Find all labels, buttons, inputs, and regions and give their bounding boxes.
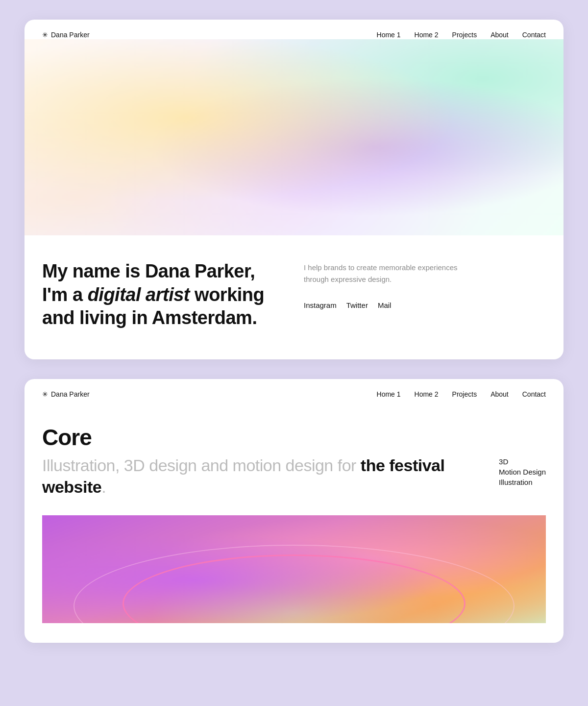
project-image: [42, 515, 546, 623]
project-section: Core Illustration, 3D design and motion …: [24, 409, 564, 643]
project-tags: 3D Motion Design Illustration: [499, 454, 546, 486]
project-tag-3d: 3D: [499, 457, 546, 466]
nav2-projects[interactable]: Projects: [452, 390, 477, 398]
brand-card2: ✳ Dana Parker: [42, 390, 90, 398]
hero-description: I help brands to create memorable experi…: [304, 262, 461, 285]
project-tag-motion: Motion Design: [499, 468, 546, 476]
social-twitter[interactable]: Twitter: [346, 301, 368, 309]
hero-rest-text: working: [190, 284, 264, 305]
brand-name: Dana Parker: [51, 31, 90, 39]
nav-projects[interactable]: Projects: [452, 31, 477, 39]
project-tag-illustration: Illustration: [499, 478, 546, 486]
nav2-home2[interactable]: Home 2: [415, 390, 439, 398]
social-mail[interactable]: Mail: [378, 301, 392, 309]
project-desc-end: .: [101, 478, 106, 496]
nav2-contact[interactable]: Contact: [522, 390, 546, 398]
brand-star-icon: ✳: [42, 31, 48, 39]
nav-home1[interactable]: Home 1: [377, 31, 401, 39]
arc-decoration-2: [74, 545, 514, 623]
hero-gradient: [24, 39, 564, 235]
hero-content: My name is Dana Parker, I'm a digital ar…: [24, 235, 564, 359]
hero-heading-line3: and living in Amsterdam.: [42, 307, 257, 328]
hero-italic-text: digital artist: [88, 284, 190, 305]
hero-plain-text: I'm a: [42, 284, 88, 305]
hero-heading: My name is Dana Parker, I'm a digital ar…: [42, 260, 284, 330]
brand-card1: ✳ Dana Parker: [42, 31, 90, 39]
navbar-card2: ✳ Dana Parker Home 1 Home 2 Projects Abo…: [24, 379, 564, 409]
nav-links-card2: Home 1 Home 2 Projects About Contact: [377, 390, 546, 399]
project-description: Illustration, 3D design and motion desig…: [42, 454, 479, 498]
hero-heading-line2: I'm a digital artist working: [42, 284, 264, 305]
nav-links-card1: Home 1 Home 2 Projects About Contact: [377, 30, 546, 39]
card-home: ✳ Dana Parker Home 1 Home 2 Projects Abo…: [24, 20, 564, 359]
project-label: Core: [42, 424, 546, 451]
hero-right: I help brands to create memorable experi…: [304, 260, 546, 330]
hero-left: My name is Dana Parker, I'm a digital ar…: [42, 260, 284, 330]
navbar-card1: ✳ Dana Parker Home 1 Home 2 Projects Abo…: [24, 20, 564, 50]
nav2-about[interactable]: About: [490, 390, 509, 398]
nav-about[interactable]: About: [490, 31, 509, 39]
project-description-row: Illustration, 3D design and motion desig…: [42, 454, 546, 498]
brand-name-2: Dana Parker: [51, 390, 90, 398]
nav2-home1[interactable]: Home 1: [377, 390, 401, 398]
social-instagram[interactable]: Instagram: [304, 301, 337, 309]
social-links: Instagram Twitter Mail: [304, 301, 546, 309]
hero-heading-line1: My name is Dana Parker,: [42, 261, 255, 281]
project-desc-grey: Illustration, 3D design and motion desig…: [42, 456, 361, 475]
nav-contact[interactable]: Contact: [522, 31, 546, 39]
nav-home2[interactable]: Home 2: [415, 31, 439, 39]
card-project: ✳ Dana Parker Home 1 Home 2 Projects Abo…: [24, 379, 564, 643]
brand-star-icon-2: ✳: [42, 390, 48, 398]
